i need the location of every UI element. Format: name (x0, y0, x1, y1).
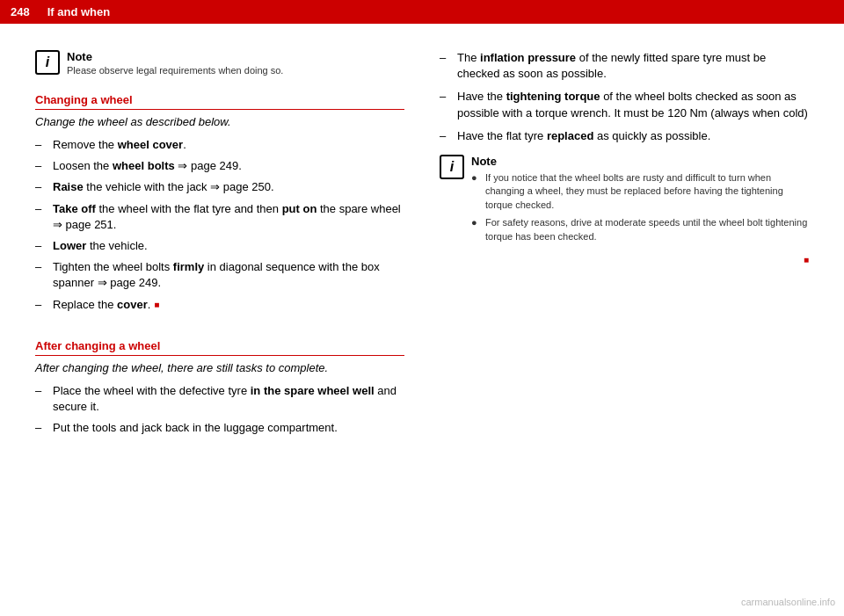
dash: – (440, 128, 454, 144)
info-icon-right: i (440, 155, 464, 179)
bold-text: put on (282, 202, 317, 215)
right-items: – The inflation pressure of the newly fi… (440, 50, 809, 144)
changing-wheel-list: – Remove the wheel cover. – Loosen the w… (35, 137, 404, 313)
bullet-dot: ● (471, 171, 482, 185)
bold-text: wheel bolts (113, 159, 175, 172)
bold-text: replaced (547, 129, 593, 142)
left-column: i Note Please observe legal requirements… (35, 41, 404, 441)
red-square-marker: ■ (154, 299, 159, 311)
list-item-text: Place the wheel with the defective tyre … (53, 383, 404, 415)
watermark: carmanualsonline.info (741, 597, 835, 607)
page-title: If and when (47, 5, 111, 18)
list-item-text: Tighten the wheel bolts firmly in diagon… (53, 259, 404, 291)
dash: – (35, 420, 49, 436)
bold-text: Take off (53, 202, 96, 215)
section-changing-wheel-intro: Change the wheel as described below. (35, 115, 404, 128)
dash: – (35, 158, 49, 174)
list-item-text: Have the tightening torque of the wheel … (457, 89, 809, 120)
section-after-wheel-header: After changing a wheel (35, 339, 404, 356)
list-item-text: Replace the cover. (53, 297, 150, 313)
bold-text: cover (117, 298, 148, 311)
list-item-text: Loosen the wheel bolts ⇒ page 249. (53, 158, 242, 174)
dash: – (35, 238, 49, 254)
bold-text: Lower (53, 239, 86, 252)
list-item-text: Have the flat tyre replaced as quickly a… (457, 128, 710, 144)
list-item: – Lower the vehicle. (35, 238, 404, 254)
note-bullet-text: For safety reasons, drive at moderate sp… (485, 216, 809, 243)
list-item: – Loosen the wheel bolts ⇒ page 249. (35, 158, 404, 174)
right-red-square-area: ■ (440, 255, 809, 265)
list-item-text: Lower the vehicle. (53, 238, 148, 254)
list-item: – Place the wheel with the defective tyr… (35, 383, 404, 415)
right-list-item: – The inflation pressure of the newly fi… (440, 50, 809, 82)
note-title-left: Note (67, 50, 283, 63)
page-number: 248 (11, 5, 30, 18)
dash: – (35, 259, 49, 275)
list-item: – Raise the vehicle with the jack ⇒ page… (35, 179, 404, 195)
note-bullet-text: If you notice that the wheel bolts are r… (485, 171, 809, 212)
dash: – (35, 297, 49, 313)
list-item: – Take off the wheel with the flat tyre … (35, 201, 404, 233)
page-content: i Note Please observe legal requirements… (0, 24, 844, 459)
list-item: – Remove the wheel cover. (35, 137, 404, 153)
after-wheel-list: – Place the wheel with the defective tyr… (35, 383, 404, 437)
header-bar: 248 If and when (0, 0, 844, 24)
dash: – (35, 383, 49, 399)
bold-text: tightening torque (506, 90, 600, 103)
dash: – (35, 201, 49, 217)
list-item: – Put the tools and jack back in the lug… (35, 420, 404, 436)
bold-text: firmly (173, 260, 204, 273)
section-changing-wheel-header: Changing a wheel (35, 93, 404, 110)
bullet-dot: ● (471, 216, 482, 229)
list-item: – Replace the cover. ■ (35, 297, 404, 313)
info-icon: i (35, 50, 60, 75)
dash: – (440, 50, 454, 66)
bold-text: in the spare wheel well (251, 384, 375, 397)
dash: – (35, 137, 49, 153)
note-content-left: Note Please observe legal requirements w… (67, 50, 283, 76)
list-item: – Tighten the wheel bolts firmly in diag… (35, 259, 404, 291)
note-content-right: Note ● If you notice that the wheel bolt… (471, 155, 809, 248)
note-box-right: i Note ● If you notice that the wheel bo… (440, 155, 809, 248)
right-column: – The inflation pressure of the newly fi… (440, 41, 809, 441)
list-item-text: Take off the wheel with the flat tyre an… (53, 201, 404, 233)
list-item-text: Raise the vehicle with the jack ⇒ page 2… (53, 179, 274, 195)
note-box-left: i Note Please observe legal requirements… (35, 50, 404, 76)
bold-text: wheel cover (118, 138, 183, 151)
right-list-item: – Have the flat tyre replaced as quickly… (440, 128, 809, 144)
bold-text: Raise (53, 180, 84, 193)
bold-text: inflation pressure (480, 51, 576, 64)
note-bullet-item: ● For safety reasons, drive at moderate … (471, 216, 809, 243)
section-after-wheel-intro: After changing the wheel, there are stil… (35, 361, 404, 374)
dash: – (35, 179, 49, 195)
note-bullet-list: ● If you notice that the wheel bolts are… (471, 171, 809, 243)
dash: – (440, 89, 454, 105)
list-item-text: Put the tools and jack back in the lugga… (53, 420, 338, 436)
list-item-text: Remove the wheel cover. (53, 137, 186, 153)
list-item-text: The inflation pressure of the newly fitt… (457, 50, 809, 82)
note-bullet-item: ● If you notice that the wheel bolts are… (471, 171, 809, 212)
red-square-right: ■ (804, 255, 809, 265)
note-title-right: Note (471, 155, 809, 168)
right-list-item: – Have the tightening torque of the whee… (440, 89, 809, 120)
note-text-left: Please observe legal requirements when d… (67, 65, 283, 76)
